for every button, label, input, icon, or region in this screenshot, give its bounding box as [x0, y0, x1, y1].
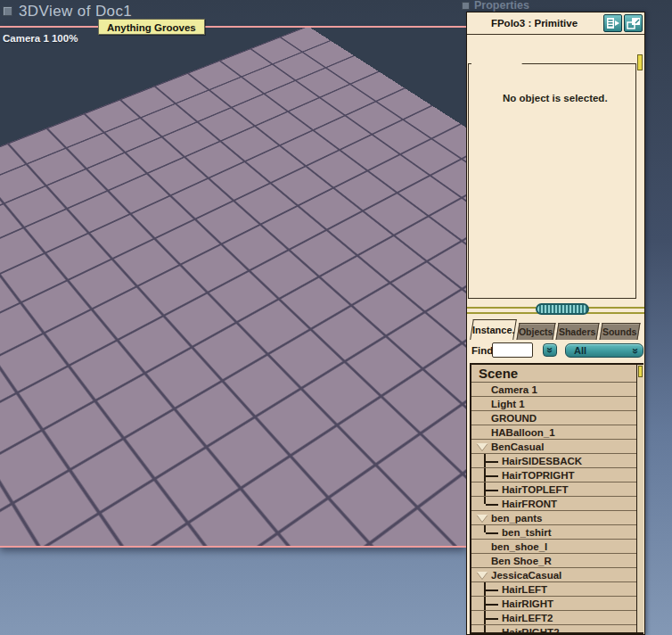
tree-row-label: HABalloon_1 — [491, 427, 555, 438]
popout-window-icon — [625, 15, 642, 31]
tree-row[interactable]: JessicaCasual — [471, 568, 636, 582]
tree-row[interactable]: ben_shoe_l — [471, 540, 636, 554]
tree-scrollbar[interactable] — [636, 365, 643, 632]
hair-object-right[interactable] — [308, 217, 410, 318]
object-header-bar: FPolo3 : Primitive — [467, 12, 644, 35]
collapse-triangle-icon[interactable] — [477, 443, 488, 450]
tooltip: Anything Grooves — [98, 19, 205, 35]
no-selection-message: No object is selected. — [503, 93, 608, 103]
axis-widget: Z — [8, 490, 47, 534]
tree-row-label: HairLEFT — [502, 584, 547, 595]
object-header-label: FPolo3 : Primitive — [467, 12, 602, 35]
detach-panel-icon — [604, 15, 621, 31]
splitter-grip[interactable] — [536, 303, 589, 315]
collapse-triangle-icon[interactable] — [477, 572, 488, 579]
camera-zoom-label: Camera 1 100% — [3, 33, 78, 44]
tree-row-label: HairTOPRIGHT — [502, 470, 575, 481]
tree-row-label: ben_shoe_l — [491, 541, 547, 552]
tree-connector — [471, 468, 502, 482]
3d-viewport[interactable]: Z Camera 1 100% — [0, 26, 466, 548]
tree-connector — [471, 482, 502, 496]
tree-row-label: Camera 1 — [491, 384, 537, 395]
tree-connector — [471, 525, 502, 539]
tree-row-label: HairTOPLEFT — [502, 484, 569, 495]
properties-folder-body: No object is selected. — [468, 63, 636, 299]
tree-row[interactable]: HairTOPRIGHT — [471, 468, 636, 482]
axis-z-label: Z — [20, 490, 26, 499]
tab-label: Sounds — [602, 326, 637, 337]
properties-window-title: Properties — [474, 0, 529, 12]
tree-row-label: JessicaCasual — [491, 570, 561, 581]
tree-row[interactable]: ben_tshirt — [471, 525, 636, 540]
properties-scrollbar-thumb[interactable] — [637, 54, 643, 70]
tree-row[interactable]: GROUND — [471, 411, 636, 425]
tree-connector — [471, 454, 502, 467]
tab-shaders[interactable]: Shaders — [555, 323, 599, 340]
scene-tree: Scene Camera 1 Light 1 GROUND HABalloon_… — [470, 363, 643, 634]
tree-row[interactable]: HairSIDESBACK — [471, 454, 636, 468]
tree-row-label: HairLEFT2 — [502, 613, 553, 623]
collapse-triangle-icon[interactable] — [477, 515, 488, 522]
tree-row[interactable]: HairLEFT — [471, 582, 636, 597]
properties-folder-tab[interactable] — [471, 50, 522, 64]
tree-connector — [471, 597, 502, 610]
tree-row[interactable]: Camera 1 — [471, 383, 636, 397]
tab-instance[interactable]: Instance. — [470, 319, 517, 340]
tree-row[interactable]: Ben Shoe_R — [471, 554, 636, 568]
tree-row[interactable]: HABalloon_1 — [471, 425, 636, 440]
filter-dropdown[interactable]: All » — [565, 343, 643, 358]
tree-row-label: ben_tshirt — [502, 527, 552, 538]
viewport-window-icon[interactable] — [3, 6, 12, 16]
tree-root-scene[interactable]: Scene — [471, 365, 636, 383]
app-desktop: 3DView of Doc1 Properties — [0, 0, 672, 635]
find-options-button[interactable]: » — [543, 343, 557, 357]
tree-row[interactable]: HairRIGHT2 — [471, 625, 636, 634]
tree-connector — [471, 497, 502, 510]
tree-row-label: HairRIGHT2 — [502, 627, 560, 635]
find-input[interactable] — [492, 342, 533, 358]
tab-sounds[interactable]: Sounds — [599, 323, 640, 340]
tree-connector — [471, 611, 502, 624]
tree-connector — [471, 582, 502, 596]
chevron-double-down-icon: » — [629, 348, 641, 354]
find-row: Find: » All » — [467, 340, 644, 363]
tree-row[interactable]: HairTOPLEFT — [471, 482, 636, 497]
tree-row[interactable]: HairFRONT — [471, 497, 636, 511]
chevron-double-down-icon: » — [544, 347, 555, 353]
tree-row-label: Ben Shoe_R — [491, 556, 552, 566]
properties-window-icon[interactable] — [462, 2, 470, 10]
filter-value: All — [574, 345, 586, 356]
tree-row[interactable]: Light 1 — [471, 397, 636, 411]
tree-connector — [471, 625, 502, 634]
popout-window-button[interactable] — [624, 14, 643, 32]
tree-row[interactable]: HairRIGHT — [471, 597, 636, 611]
browser-tabs: Instance. Objects Shaders Sounds — [471, 318, 643, 340]
tab-label: Shaders — [559, 326, 595, 337]
viewport-window-title: 3DView of Doc1 — [19, 3, 132, 21]
tab-label: Objects — [519, 326, 553, 337]
scene-objects: Z — [0, 28, 466, 546]
tab-label: Instance. — [472, 325, 515, 335]
detach-panel-button[interactable] — [603, 14, 622, 32]
tree-row[interactable]: HairLEFT2 — [471, 611, 636, 625]
tree-row-label: HairFRONT — [502, 499, 557, 509]
tree-row[interactable]: BenCasual — [471, 440, 636, 454]
properties-panel: FPolo3 : Primitive No — [466, 12, 645, 635]
tree-row-label: HairSIDESBACK — [502, 456, 582, 466]
tree-row-label: BenCasual — [491, 441, 544, 452]
tree-row-label: GROUND — [491, 413, 537, 424]
tree-row-label: ben_pants — [491, 513, 543, 524]
tab-objects[interactable]: Objects — [516, 323, 555, 340]
tree-row-label: HairRIGHT — [502, 598, 553, 609]
tree-row-label: Light 1 — [491, 399, 525, 409]
tree-row[interactable]: ben_pants — [471, 511, 636, 525]
tree-rows: Scene Camera 1 Light 1 GROUND HABalloon_… — [471, 365, 636, 632]
tree-scrollbar-thumb[interactable] — [638, 366, 643, 377]
